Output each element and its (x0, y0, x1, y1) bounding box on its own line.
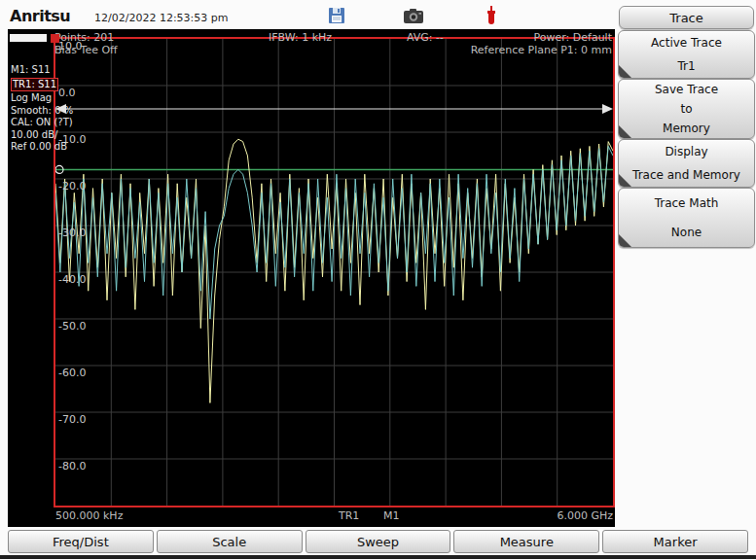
y-tick-label: -70.0 (58, 414, 86, 425)
softkey-trace-math[interactable]: Trace Math None (618, 188, 755, 248)
trace-format-label: Log Mag (11, 92, 59, 105)
bezel-edge (0, 555, 756, 559)
marker-id-label: M1 (383, 509, 400, 522)
status-power: Power: Default (534, 31, 612, 44)
status-reference-plane: Reference Plane P1: 0 mm (471, 44, 612, 56)
chart-area[interactable]: 10.00.0-10.0-20.0-30.0-40.0-50.0-60.0-70… (54, 37, 615, 508)
marker-readout: M1: S11 (11, 64, 59, 77)
cal-status-label: CAL: ON (?T) (11, 117, 59, 129)
menu-title-trace[interactable]: Trace (619, 6, 754, 29)
softkey-label: to (680, 102, 692, 116)
softkey-notch (619, 125, 631, 138)
scale-button[interactable]: Scale (157, 530, 303, 553)
status-points: Points: 201 (54, 31, 114, 44)
save-icon[interactable] (328, 7, 345, 24)
marker-button[interactable]: Marker (602, 530, 748, 553)
camera-icon[interactable] (404, 9, 423, 24)
x-start-frequency: 500.000 kHz (55, 509, 123, 522)
softkey-label: Memory (663, 122, 710, 135)
softkey-active-trace[interactable]: Active Trace Tr1 (618, 30, 755, 79)
ref-level-label: Ref 0.00 dB (11, 141, 59, 154)
status-ifbw: IFBW: 1 kHz (269, 31, 332, 44)
status-avg: AVG: -- (407, 31, 444, 44)
softkey-save-trace-to-memory[interactable]: Save Trace to Memory (618, 79, 755, 139)
instrument-screen: Anritsu 12/02/2022 12:53:53 pm (0, 0, 756, 560)
measure-button[interactable]: Measure (453, 530, 599, 553)
y-tick-label: -20.0 (58, 181, 86, 192)
y-tick-label: -30.0 (58, 228, 86, 238)
y-tick-label: -40.0 (58, 274, 86, 285)
sweep-progress-fill (10, 34, 47, 42)
softkey-notch (619, 234, 631, 247)
softkey-display[interactable]: Display Trace and Memory (618, 139, 755, 188)
active-trace-label[interactable]: TR1: S11 (11, 78, 58, 92)
freq-dist-button[interactable]: Freq/Dist (8, 530, 154, 553)
softkey-label: Display (665, 145, 707, 158)
softkey-value: None (671, 226, 702, 239)
sweep-progress-bar (10, 33, 59, 43)
menu-title-label: Trace (669, 11, 703, 25)
trace-id-label: TR1 (339, 509, 359, 522)
softkey-label: Save Trace (655, 83, 718, 96)
lcd-display: Points: 201 Bias Tee Off IFBW: 1 kHz AVG… (8, 29, 615, 527)
datetime: 12/02/2022 12:53:53 pm (94, 12, 229, 24)
sweep-position-marker (51, 34, 59, 43)
softkey-value: Tr1 (677, 59, 695, 73)
y-tick-label: -80.0 (58, 461, 86, 472)
main-menu-bar: Freq/Dist Scale Sweep Measure Marker (8, 530, 748, 553)
softkey-notch (619, 174, 631, 187)
x-axis-labels: 500.000 kHz TR1 M1 6.000 GHz (54, 509, 615, 523)
softkey-notch (619, 65, 631, 78)
y-tick-label: -60.0 (58, 368, 86, 378)
brand-logo: Anritsu (10, 7, 70, 25)
y-tick-label: 0.0 (58, 88, 76, 98)
trace-settings-panel: M1: S11 TR1: S11 Log Mag Smooth: 0 % CAL… (11, 64, 59, 154)
softkey-value: Trace and Memory (632, 168, 740, 182)
smoothing-label: Smooth: 0 % (11, 105, 59, 118)
status-bias-tee: Bias Tee Off (54, 44, 118, 56)
scale-per-div-label: 10.00 dB/ (11, 129, 59, 142)
trace-plot (55, 39, 613, 506)
y-tick-label: -50.0 (58, 321, 86, 332)
x-stop-frequency: 6.000 GHz (557, 509, 613, 522)
connector-icon[interactable] (486, 6, 497, 26)
softkey-label: Active Trace (651, 36, 722, 50)
softkey-label: Trace Math (655, 196, 719, 210)
sweep-button[interactable]: Sweep (306, 530, 451, 553)
